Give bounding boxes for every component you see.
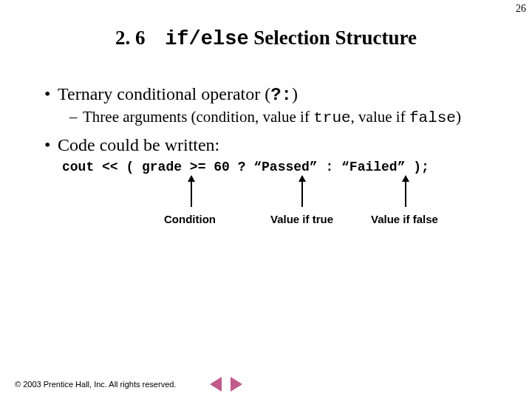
subbullet-false: false <box>409 109 456 126</box>
arrow-group <box>44 176 517 213</box>
label-value-true: Value if true <box>270 213 333 225</box>
next-slide-button[interactable] <box>231 377 242 392</box>
copyright-text: © 2003 Prentice Hall, Inc. All rights re… <box>15 380 176 389</box>
bullet-ternary-pre: Ternary conditional operator ( <box>58 84 270 103</box>
bullet-ternary-code: ?: <box>270 85 292 105</box>
bullet-dot-icon: • <box>44 84 58 104</box>
dash-icon: – <box>69 108 83 126</box>
label-condition: Condition <box>164 213 216 225</box>
bullet-ternary-post: ) <box>292 84 298 103</box>
copyright-footer: © 2003 Prentice Hall, Inc. All rights re… <box>15 380 176 389</box>
bullet-dot-icon: • <box>44 135 58 155</box>
title-rest: Selection Structure <box>249 27 417 49</box>
subbullet-mid: , value if <box>351 108 409 126</box>
section-number: 2. 6 <box>115 27 146 50</box>
subbullet-pre: Three arguments (condition, value if <box>83 108 313 126</box>
slide-body: •Ternary conditional operator (?:) –Thre… <box>44 80 517 231</box>
subbullet-post: ) <box>456 108 461 126</box>
arrow-true-icon <box>301 176 303 207</box>
slide-title: 2. 6 if/else Selection Structure <box>0 27 532 50</box>
subbullet-true: true <box>313 109 350 126</box>
arrow-condition-icon <box>191 176 192 207</box>
nav-buttons <box>207 377 245 392</box>
label-value-false: Value if false <box>371 213 438 225</box>
subbullet-three-args: –Three arguments (condition, value if tr… <box>69 108 517 126</box>
title-code: if/else <box>165 28 248 50</box>
code-line: cout << ( grade >= 60 ? “Passed” : “Fail… <box>62 160 517 174</box>
bullet-ternary: •Ternary conditional operator (?:) <box>44 84 517 105</box>
bullet-code-written: •Code could be written: <box>44 135 517 155</box>
arrow-labels: Condition Value if true Value if false <box>44 213 517 231</box>
page-number: 26 <box>516 3 526 15</box>
arrow-false-icon <box>405 176 406 207</box>
prev-slide-button[interactable] <box>210 377 222 392</box>
bullet-code-written-text: Code could be written: <box>58 135 219 154</box>
